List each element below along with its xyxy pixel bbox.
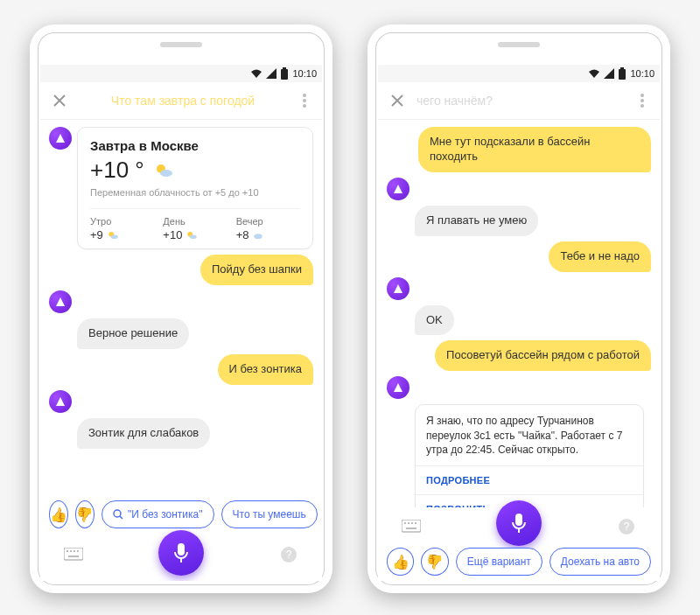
svg-rect-34 bbox=[406, 528, 416, 529]
svg-rect-17 bbox=[74, 550, 75, 552]
keyboard-icon bbox=[64, 548, 83, 562]
help-button[interactable]: ? bbox=[614, 514, 639, 539]
part-label: Утро bbox=[90, 216, 154, 227]
bot-message[interactable]: Верное решение bbox=[77, 318, 189, 349]
weather-card[interactable]: Завтра в Москве +10 ° Переменная облачно… bbox=[77, 127, 313, 249]
user-row: Мне тут подсказали в бассейн походить bbox=[387, 127, 651, 172]
svg-rect-31 bbox=[408, 522, 410, 524]
assistant-avatar[interactable] bbox=[49, 127, 72, 150]
status-bar: 10:10 bbox=[40, 65, 322, 82]
phone-right: 10:10 чего начнём? Мне тут подсказали в … bbox=[368, 24, 670, 593]
close-icon bbox=[390, 94, 404, 108]
thumbs-down-icon: 👍 bbox=[426, 554, 444, 570]
bot-message[interactable]: Зонтик для слабаков bbox=[77, 418, 210, 449]
status-time: 10:10 bbox=[630, 68, 654, 79]
bot-row: Завтра в Москве +10 ° Переменная облачно… bbox=[49, 127, 313, 249]
bot-message[interactable]: OK bbox=[415, 305, 454, 336]
bot-message[interactable]: Я плавать не умею bbox=[415, 206, 538, 236]
keyboard-icon bbox=[402, 520, 421, 534]
weather-part-morning: Утро +9 bbox=[90, 216, 154, 241]
assistant-avatar[interactable] bbox=[49, 290, 72, 313]
keyboard-button[interactable] bbox=[61, 542, 86, 567]
bot-row bbox=[387, 178, 651, 200]
bot-row bbox=[387, 376, 651, 399]
menu-button[interactable] bbox=[632, 90, 653, 111]
keyboard-button[interactable] bbox=[399, 514, 424, 539]
alice-icon bbox=[54, 395, 66, 408]
wifi-icon bbox=[588, 68, 600, 79]
partly-cloudy-icon bbox=[186, 229, 198, 241]
svg-rect-16 bbox=[70, 550, 72, 552]
suggestion-chip[interactable]: Доехать на авто bbox=[550, 548, 651, 576]
user-message[interactable]: Мне тут подсказали в бассейн походить bbox=[418, 127, 651, 172]
bot-row bbox=[387, 277, 651, 300]
svg-rect-1 bbox=[283, 67, 286, 69]
search-chip[interactable]: "И без зонтика" bbox=[102, 500, 214, 528]
mic-button[interactable] bbox=[496, 500, 542, 546]
phone-speaker bbox=[160, 42, 202, 47]
thumbs-down-icon: 👍 bbox=[76, 507, 94, 523]
svg-rect-15 bbox=[66, 550, 68, 552]
suggestion-chip[interactable]: Ещё вариант bbox=[456, 548, 542, 576]
search-icon bbox=[113, 509, 123, 520]
help-icon: ? bbox=[280, 546, 298, 563]
dots-vertical-icon bbox=[303, 94, 306, 108]
user-message[interactable]: Пойду без шапки bbox=[200, 255, 313, 285]
weather-temp-value: +10 ° bbox=[90, 157, 144, 184]
header-title: Что там завтра с погодой bbox=[72, 94, 294, 108]
bot-row: Зонтик для слабаков bbox=[49, 418, 313, 449]
thumbs-up-chip[interactable]: 👍 bbox=[387, 548, 414, 576]
chip-label: "И без зонтика" bbox=[128, 508, 203, 521]
info-action-details[interactable]: Подробнее bbox=[416, 466, 643, 495]
suggestion-chips: 👍 👍 "И без зонтика" Что ты умеешь bbox=[40, 495, 322, 534]
chat-scroll[interactable]: Завтра в Москве +10 ° Переменная облачно… bbox=[40, 120, 322, 495]
weather-part-day: День +10 bbox=[163, 216, 227, 241]
user-message[interactable]: Посоветуй бассейн рядом с работой bbox=[435, 340, 651, 371]
alice-icon bbox=[54, 132, 66, 144]
svg-point-2 bbox=[303, 94, 306, 97]
chat-header: чего начнём? bbox=[378, 82, 660, 120]
svg-point-4 bbox=[303, 104, 306, 108]
assistant-avatar[interactable] bbox=[387, 178, 410, 200]
input-bar: ? bbox=[40, 534, 322, 581]
thumbs-up-chip[interactable]: 👍 bbox=[49, 500, 68, 528]
chat-scroll[interactable]: Мне тут подсказали в бассейн походить Я … bbox=[378, 120, 660, 507]
menu-button[interactable] bbox=[294, 90, 315, 111]
suggestion-chip[interactable]: Что ты умеешь bbox=[221, 500, 318, 528]
part-label: День bbox=[163, 216, 227, 227]
status-bar: 10:10 bbox=[378, 65, 660, 82]
assistant-avatar[interactable] bbox=[387, 376, 410, 399]
help-button[interactable]: ? bbox=[276, 542, 301, 567]
info-text: Я знаю, что по адресу Турчанинов переуло… bbox=[416, 405, 643, 466]
info-card: Я знаю, что по адресу Турчанинов переуло… bbox=[415, 404, 644, 507]
user-row: Тебе и не надо bbox=[387, 241, 651, 272]
bot-row: Я плавать не умею bbox=[387, 206, 651, 236]
svg-point-6 bbox=[160, 170, 172, 177]
close-button[interactable] bbox=[47, 88, 72, 113]
suggestion-chips: 👍 👍 Ещё вариант Доехать на авто bbox=[378, 548, 660, 581]
mic-button[interactable] bbox=[158, 530, 204, 576]
weather-parts: Утро +9 День +10 Вечер +8 bbox=[90, 208, 300, 241]
thumbs-down-chip[interactable]: 👍 bbox=[75, 500, 94, 528]
user-message[interactable]: И без зонтика bbox=[218, 354, 313, 385]
svg-rect-29 bbox=[402, 520, 421, 532]
header-title: чего начнём? bbox=[410, 94, 632, 108]
microphone-icon bbox=[510, 512, 528, 535]
wifi-icon bbox=[250, 68, 262, 79]
bot-row: Я знаю, что по адресу Турчанинов переуло… bbox=[387, 404, 651, 507]
alice-icon bbox=[54, 296, 66, 308]
chip-label: Доехать на авто bbox=[561, 556, 640, 568]
thumbs-down-chip[interactable]: 👍 bbox=[421, 548, 448, 576]
close-button[interactable] bbox=[385, 88, 410, 113]
weather-temp: +10 ° bbox=[90, 157, 300, 184]
svg-point-26 bbox=[640, 94, 644, 97]
svg-rect-20 bbox=[178, 543, 185, 556]
assistant-avatar[interactable] bbox=[49, 390, 72, 413]
assistant-avatar[interactable] bbox=[387, 277, 410, 300]
user-row: Посоветуй бассейн рядом с работой bbox=[387, 340, 651, 371]
partly-cloudy-icon bbox=[107, 229, 119, 241]
user-message[interactable]: Тебе и не надо bbox=[549, 241, 651, 272]
svg-rect-35 bbox=[515, 514, 522, 526]
svg-rect-25 bbox=[620, 67, 624, 69]
bot-row: OK bbox=[387, 305, 651, 336]
